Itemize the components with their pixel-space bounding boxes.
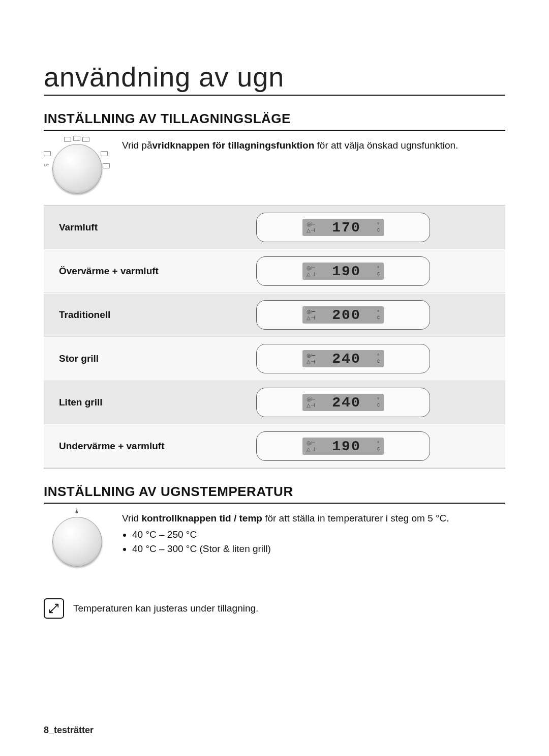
text: Vrid på [122, 140, 152, 151]
text: för att ställa in temperaturer i steg om… [262, 513, 449, 524]
knob-mark-icon [82, 137, 89, 142]
lcd-display: ◎⊢△⊣200°c [256, 300, 430, 330]
lcd-status-icons: ◎⊢△⊣ [307, 309, 316, 321]
cooking-mode-instruction: Vrid påvridknappen för tillagningsfunkti… [122, 139, 505, 153]
table-row: Varmluft◎⊢△⊣170°c [44, 206, 505, 249]
lcd-status-icons: ◎⊢△⊣ [307, 397, 316, 408]
function-knob-illustration: Off [44, 139, 110, 195]
lcd-unit: °c [377, 441, 380, 451]
lcd-inner: ◎⊢△⊣190°c [302, 438, 384, 455]
lcd-unit: °c [377, 222, 380, 232]
temperature-note-text: Temperaturen kan justeras under tillagni… [73, 603, 258, 614]
lcd-inner: ◎⊢△⊣170°c [302, 219, 384, 236]
lcd-display: ◎⊢△⊣240°c [256, 344, 430, 373]
display-cell: ◎⊢△⊣200°c [196, 300, 505, 330]
lcd-temperature-value: 190 [319, 439, 374, 454]
knob-mark-icon [64, 137, 71, 142]
cooking-mode-heading: INSTÄLLNING AV TILLAGNINGSLÄGE [44, 111, 505, 131]
table-row: Stor grill◎⊢△⊣240°c [44, 337, 505, 381]
lcd-temperature-value: 190 [319, 264, 374, 279]
cooking-mode-label: Traditionell [44, 309, 196, 321]
function-knob-icon [52, 144, 102, 194]
lcd-temperature-value: 240 [319, 351, 374, 367]
lcd-display: ◎⊢△⊣240°c [256, 388, 430, 417]
knob-mark-icon [44, 151, 51, 156]
cooking-mode-label: Övervärme + varmluft [44, 266, 196, 277]
list-item: 40 °C – 250 °C [132, 528, 505, 542]
lcd-status-icons: ◎⊢△⊣ [307, 441, 316, 452]
lcd-inner: ◎⊢△⊣200°c [302, 306, 384, 324]
manual-page: användning av ugn INSTÄLLNING AV TILLAGN… [0, 0, 549, 756]
lcd-status-icons: ◎⊢△⊣ [307, 353, 316, 364]
display-cell: ◎⊢△⊣240°c [196, 344, 505, 373]
table-row: Undervärme + varmluft◎⊢△⊣190°c [44, 424, 505, 468]
cooking-mode-label: Liten grill [44, 397, 196, 408]
lcd-temperature-value: 240 [319, 395, 374, 411]
lcd-unit: °c [377, 397, 380, 408]
text-bold: kontrollknappen tid / temp [141, 513, 262, 524]
lcd-unit: °c [377, 354, 380, 364]
display-cell: ◎⊢△⊣170°c [196, 213, 505, 242]
oven-temperature-heading: INSTÄLLNING AV UGNSTEMPERATUR [44, 484, 505, 504]
lcd-temperature-value: 170 [319, 220, 374, 236]
list-item: 40 °C – 300 °C (Stor & liten grill) [132, 542, 505, 557]
lcd-status-icons: ◎⊢△⊣ [307, 222, 316, 233]
lcd-inner: ◎⊢△⊣190°c [302, 263, 384, 280]
cooking-mode-label: Undervärme + varmluft [44, 441, 196, 452]
knob-off-label: Off [43, 163, 50, 168]
knob-mark-icon [73, 136, 80, 141]
display-cell: ◎⊢△⊣240°c [196, 388, 505, 417]
cooking-mode-label: Varmluft [44, 222, 196, 233]
oven-temperature-intro: 🌡 Vrid kontrollknappen tid / temp för at… [44, 512, 505, 568]
table-row: Traditionell◎⊢△⊣200°c [44, 293, 505, 337]
text-bold: vridknappen för tillagningsfunktion [152, 140, 315, 151]
table-row: Övervärme + varmluft◎⊢△⊣190°c [44, 249, 505, 293]
lcd-unit: °c [377, 310, 380, 320]
text: Vrid [122, 513, 141, 524]
oven-temperature-instruction: Vrid kontrollknappen tid / temp för att … [122, 512, 505, 557]
lcd-inner: ◎⊢△⊣240°c [302, 394, 384, 411]
temperature-range-list: 40 °C – 250 °C40 °C – 300 °C (Stor & lit… [122, 528, 505, 557]
table-row: Liten grill◎⊢△⊣240°c [44, 381, 505, 424]
page-footer: 8_testrätter [44, 725, 94, 736]
lcd-unit: °c [377, 266, 380, 276]
knob-mark-icon [101, 151, 108, 156]
lcd-inner: ◎⊢△⊣240°c [302, 350, 384, 367]
text: för att välja önskad ugnsfunktion. [314, 140, 458, 151]
lcd-status-icons: ◎⊢△⊣ [307, 266, 316, 277]
display-cell: ◎⊢△⊣190°c [196, 431, 505, 461]
temperature-knob-illustration: 🌡 [44, 512, 110, 568]
display-cell: ◎⊢△⊣190°c [196, 256, 505, 286]
lcd-display: ◎⊢△⊣190°c [256, 256, 430, 286]
cooking-mode-intro: Off Vrid påvridknappen för tillagningsfu… [44, 139, 505, 195]
page-title: användning av ugn [44, 61, 505, 96]
temperature-note: Temperaturen kan justeras under tillagni… [44, 598, 505, 619]
lcd-temperature-value: 200 [319, 307, 374, 323]
knob-mark-icon [103, 163, 110, 168]
thermometer-icon: 🌡 [73, 507, 80, 515]
cooking-mode-table: Varmluft◎⊢△⊣170°cÖvervärme + varmluft◎⊢△… [44, 205, 505, 469]
lcd-display: ◎⊢△⊣170°c [256, 213, 430, 242]
lcd-display: ◎⊢△⊣190°c [256, 431, 430, 461]
note-icon [44, 598, 64, 619]
cooking-mode-label: Stor grill [44, 353, 196, 364]
temperature-knob-icon [52, 517, 102, 567]
